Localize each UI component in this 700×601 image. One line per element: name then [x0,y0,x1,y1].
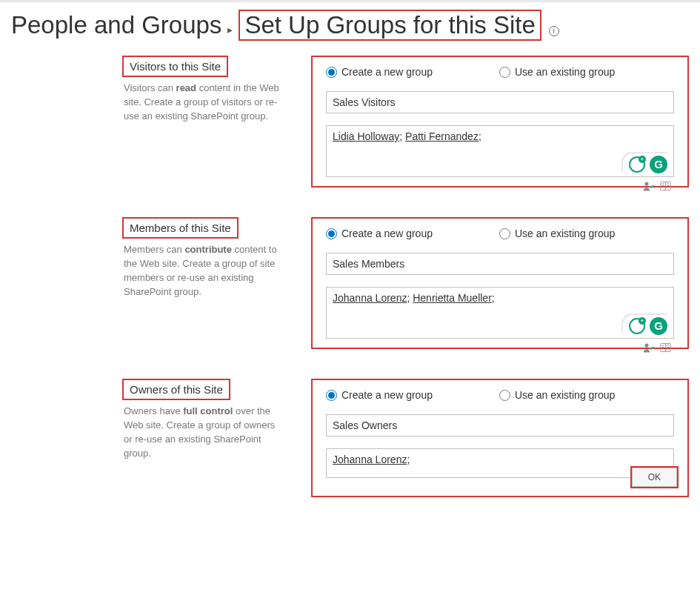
section-help-owners: Owners have full control over the Web si… [122,405,281,460]
svg-point-0 [644,182,648,186]
radio-existing-visitors-input[interactable] [499,67,510,78]
section-members: Members of this Site Members can contrib… [11,217,689,349]
check-names-icon[interactable] [642,180,655,193]
group-name-input-owners[interactable] [326,414,674,436]
person-entry[interactable]: Johanna Lorenz [333,292,407,304]
section-form-members: Create a new group Use an existing group… [311,217,689,349]
browse-directory-icon[interactable] [659,342,672,354]
people-picker-action-icons [642,180,672,193]
section-form-owners: Create a new group Use an existing group… [311,379,689,497]
radio-create-owners-input[interactable] [326,390,337,401]
person-entry[interactable]: Lidia Holloway [333,130,399,142]
radio-existing-visitors[interactable]: Use an existing group [499,66,615,78]
section-title-visitors: Visitors to this Site [122,56,228,77]
radio-existing-members[interactable]: Use an existing group [499,228,615,239]
radio-existing-owners-input[interactable] [499,390,510,401]
browse-directory-icon[interactable] [659,180,672,193]
section-visitors: Visitors to this Site Visitors can read … [11,56,689,187]
radio-existing-members-input[interactable] [499,228,510,239]
grammarly-icon[interactable]: G [650,317,667,335]
person-entry[interactable]: Henrietta Mueller [413,292,492,304]
section-title-members: Members of this Site [122,217,239,239]
radio-row-visitors: Create a new group Use an existing group [326,66,674,78]
section-form-visitors: Create a new group Use an existing group… [311,56,689,187]
grammarly-bulb-icon[interactable] [629,318,645,334]
radio-row-members: Create a new group Use an existing group [326,228,674,239]
person-entry[interactable]: Patti Fernandez [405,130,479,142]
people-picker-visitors[interactable]: Lidia Holloway; Patti Fernandez; G [326,125,674,177]
radio-create-members-input[interactable] [326,228,337,239]
grammarly-bulb-icon[interactable] [629,156,645,173]
svg-point-7 [644,344,648,348]
radio-existing-owners[interactable]: Use an existing group [499,389,615,401]
radio-create-owners[interactable]: Create a new group [326,389,433,401]
radio-create-visitors-input[interactable] [326,67,337,78]
check-names-icon[interactable] [642,342,655,354]
people-picker-action-icons [642,342,672,354]
breadcrumb-parent[interactable]: People and Groups [11,11,221,39]
radio-row-owners: Create a new group Use an existing group [326,389,674,401]
grammarly-widget: G [623,153,669,173]
radio-create-visitors[interactable]: Create a new group [326,66,433,78]
section-desc-visitors: Visitors to this Site Visitors can read … [122,56,281,187]
radio-create-members[interactable]: Create a new group [326,228,433,239]
section-help-members: Members can contribute content to the We… [122,243,281,299]
people-picker-owners[interactable]: Johanna Lorenz; [326,448,674,478]
grammarly-widget: G [623,315,669,335]
section-help-visitors: Visitors can read content in the Web sit… [122,82,281,124]
group-name-input-visitors[interactable] [326,91,674,113]
info-icon[interactable]: i [549,26,559,36]
ok-button[interactable]: OK [630,466,679,488]
people-picker-members[interactable]: Johanna Lorenz; Henrietta Mueller; G [326,287,674,339]
chevron-right-icon: ▸ [227,24,233,36]
page-title: Set Up Groups for this Site [239,10,541,41]
section-desc-members: Members of this Site Members can contrib… [122,217,281,349]
section-desc-owners: Owners of this Site Owners have full con… [122,379,281,497]
section-title-owners: Owners of this Site [122,379,230,400]
breadcrumb: People and Groups ▸ Set Up Groups for th… [11,10,689,41]
group-name-input-members[interactable] [326,253,674,275]
grammarly-icon[interactable]: G [650,156,667,173]
person-entry[interactable]: Johanna Lorenz [333,454,407,465]
section-owners: Owners of this Site Owners have full con… [11,379,689,497]
setup-groups-page: People and Groups ▸ Set Up Groups for th… [0,0,700,512]
